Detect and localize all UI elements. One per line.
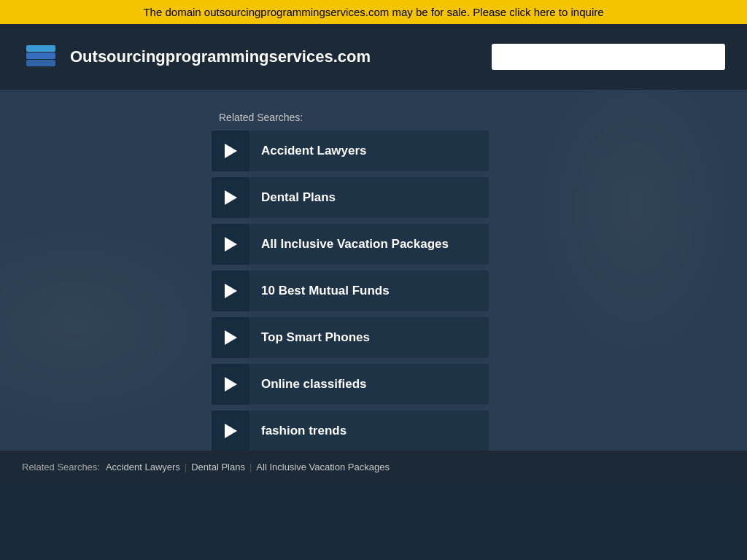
play-triangle-icon xyxy=(225,144,237,158)
banner-text: The domain outsourcingprogrammingservice… xyxy=(143,6,603,18)
play-triangle-icon xyxy=(225,237,237,252)
related-searches-label: Related Searches: xyxy=(219,112,747,123)
footer-link-accident-lawyers[interactable]: Accident Lawyers xyxy=(106,462,180,472)
item-label: Accident Lawyers xyxy=(249,144,379,158)
play-icon xyxy=(212,271,249,311)
item-label: All Inclusive Vacation Packages xyxy=(249,237,460,252)
item-label: 10 Best Mutual Funds xyxy=(249,284,401,298)
play-icon xyxy=(212,317,249,358)
list-item[interactable]: Dental Plans xyxy=(212,177,489,218)
list-item[interactable]: fashion trends xyxy=(212,411,489,451)
svg-rect-0 xyxy=(26,60,55,66)
play-triangle-icon xyxy=(225,284,237,298)
footer-bar: Related Searches: Accident Lawyers | Den… xyxy=(0,451,747,483)
header-left: Outsourcingprogrammingservices.com xyxy=(22,38,296,76)
item-label: Online classifieds xyxy=(249,377,379,392)
item-label: Dental Plans xyxy=(249,190,347,205)
play-icon xyxy=(212,177,249,218)
play-triangle-icon xyxy=(225,190,237,205)
footer-sep: | xyxy=(185,462,187,472)
play-icon xyxy=(212,364,249,405)
header: Outsourcingprogrammingservices.com xyxy=(0,24,747,90)
play-triangle-icon xyxy=(225,330,237,345)
main-content: Related Searches: Accident Lawyers Denta… xyxy=(0,90,747,483)
list-item[interactable]: Online classifieds xyxy=(212,364,489,405)
list-item[interactable]: Top Smart Phones xyxy=(212,317,489,358)
play-icon xyxy=(212,224,249,265)
footer-link-vacation-packages[interactable]: All Inclusive Vacation Packages xyxy=(256,462,390,472)
play-triangle-icon xyxy=(225,424,237,438)
svg-rect-1 xyxy=(26,52,55,59)
list-item[interactable]: Accident Lawyers xyxy=(212,131,489,171)
site-title: Outsourcingprogrammingservices.com xyxy=(70,47,296,66)
play-icon xyxy=(212,131,249,171)
logo-icon xyxy=(22,38,60,76)
play-icon xyxy=(212,411,249,451)
top-banner[interactable]: The domain outsourcingprogrammingservice… xyxy=(0,0,747,24)
play-triangle-icon xyxy=(225,377,237,392)
search-list: Accident Lawyers Dental Plans All Inclus… xyxy=(212,131,489,451)
search-input[interactable] xyxy=(492,44,725,70)
list-item[interactable]: 10 Best Mutual Funds xyxy=(212,271,489,311)
item-label: fashion trends xyxy=(249,424,358,438)
list-item[interactable]: All Inclusive Vacation Packages xyxy=(212,224,489,265)
item-label: Top Smart Phones xyxy=(249,330,382,345)
footer-related-label: Related Searches: xyxy=(22,462,100,472)
svg-rect-2 xyxy=(26,45,55,52)
footer-sep: | xyxy=(249,462,252,472)
footer-link-dental-plans[interactable]: Dental Plans xyxy=(191,462,245,472)
